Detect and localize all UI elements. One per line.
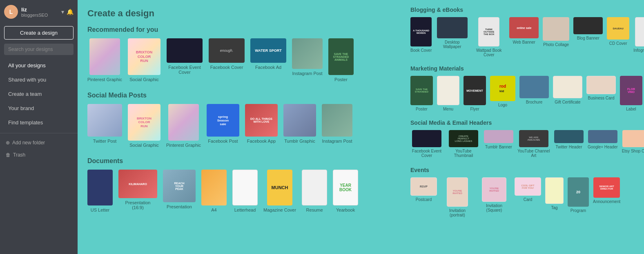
template-fb-app[interactable]: DO ALL THINGSWITH LOVE Facebook App (245, 104, 278, 148)
right-label: Etsy Shop Cover (622, 149, 644, 153)
template-thumb: MUNCH (267, 170, 292, 205)
template-label: Twitter Post (93, 139, 116, 144)
notification-icon[interactable]: 🔔 (67, 9, 74, 15)
template-instagram-2[interactable]: Instagram Post (322, 104, 352, 148)
template-thumb (201, 170, 227, 205)
right-label: Desktop Wallpaper (436, 40, 468, 49)
template-fb-ad[interactable]: WATER SPORT Facebook Ad (250, 38, 286, 82)
right-template-blog-banner[interactable]: Blog Banner (573, 17, 603, 57)
dropdown-icon[interactable]: ▾ (61, 9, 64, 15)
create-design-button[interactable]: Create a design (4, 26, 74, 40)
sidebar-item-find-templates[interactable]: Find templates (2, 116, 75, 129)
right-template-gift-cert[interactable]: Gift Certificate (553, 76, 582, 111)
right-thumb (586, 76, 616, 94)
right-template-label[interactable]: FLORVINO Label (620, 76, 642, 111)
template-label: Facebook App (247, 139, 276, 144)
sidebar-nav: All your designs Shared with you Create … (0, 58, 78, 254)
template-thumb (322, 104, 352, 137)
template-letterhead[interactable]: Letterhead (232, 170, 258, 212)
template-us-letter[interactable]: US Letter (87, 170, 113, 212)
right-thumb: SAVE THESTRANDED (410, 76, 433, 105)
right-template-web-banner[interactable]: online sale Web Banner (509, 17, 539, 57)
template-fb-cover[interactable]: enough. Facebook Cover (209, 38, 245, 82)
template-label: US Letter (91, 208, 109, 212)
template-thumb: SAVE THESTRANDEDANIMALS (328, 38, 354, 75)
right-template-menu[interactable]: Menu (437, 76, 459, 111)
template-resume[interactable]: Resume (302, 170, 327, 212)
template-thumb: BRIXTONCOLORRUN (128, 104, 160, 141)
template-pinterest-2[interactable]: Pinterest Graphic (166, 104, 201, 148)
right-template-wattpad[interactable]: THINKOUTSIDETHE BOX Wattpad Book Cover (472, 17, 505, 57)
sidebar-item-shared[interactable]: Shared with you (2, 73, 75, 86)
template-thumb (302, 170, 327, 205)
right-thumb: FLORVINO (620, 76, 642, 105)
sidebar-item-create-team[interactable]: Create a team (2, 87, 75, 101)
right-template-desktop[interactable]: Desktop Wallpaper (436, 17, 468, 57)
right-template-fb-event[interactable]: Facebook Event Cover (410, 130, 443, 159)
template-social-graphic-2[interactable]: BRIXTONCOLORRUN Social Graphic (128, 104, 160, 148)
section-title-social-email: Social Media & Email Headers (410, 119, 637, 126)
right-template-infographic[interactable]: Infographic (633, 17, 644, 57)
right-template-yt-channel[interactable]: WE AREAWESOME YouTube Channel Art (517, 130, 550, 159)
template-twitter-post[interactable]: Twitter Post (87, 104, 122, 148)
right-template-invitation-portrait[interactable]: YOU'REINVITED Invitation (portrait) (441, 177, 474, 217)
right-thumb (554, 130, 584, 143)
template-tumblr[interactable]: Tumblr Graphic (283, 104, 316, 148)
template-magazine[interactable]: MUNCH Magazine Cover (263, 170, 296, 212)
template-presentation[interactable]: REACHYOURPEAK Presentation (163, 170, 196, 212)
template-poster[interactable]: SAVE THESTRANDEDANIMALS Poster (328, 38, 354, 82)
right-template-cd-cover[interactable]: DAUDAU CD Cover (607, 17, 629, 57)
right-label: CD Cover (609, 41, 627, 46)
right-template-invitation-square[interactable]: YOU'REINVITED Invitation (Square) (478, 177, 510, 217)
template-thumb: YEARBOOK (333, 170, 358, 205)
template-presentation-16-9[interactable]: KILIMAHARO Presentation (16:9) (118, 170, 157, 212)
right-template-yt-thumb[interactable]: CREATEPERFECTLONG LASHES YouTube Thumbna… (447, 130, 480, 159)
right-template-etsy-cover[interactable]: Etsy Shop Cover (622, 130, 644, 159)
right-thumb: DAUDAU (607, 17, 629, 40)
template-a4[interactable]: A4 (201, 170, 227, 212)
sidebar: L liz bloggersSEO ▾ 🔔 Create a design Al… (0, 0, 78, 254)
user-info: liz bloggersSEO (21, 7, 58, 18)
template-fb-event[interactable]: Facebook Event Cover (166, 38, 203, 82)
template-fb-post[interactable]: springSeasonsale Facebook Post (207, 104, 239, 148)
right-label: YouTube Channel Art (517, 149, 550, 158)
right-label: Blog Banner (577, 36, 599, 40)
template-thumb (292, 38, 323, 69)
right-template-book-cover[interactable]: A THOUSAND WORDS Book Cover (410, 17, 432, 57)
right-thumb: rodkid (490, 76, 515, 101)
documents-row: US Letter KILIMAHARO Presentation (16:9)… (87, 170, 393, 212)
template-pinterest-graphic[interactable]: Pinterest Graphic (87, 38, 122, 82)
right-template-biz-card[interactable]: Business Card (586, 76, 616, 111)
right-thumb: CREATEPERFECTLONG LASHES (449, 130, 478, 147)
add-folder-button[interactable]: ⊕ Add new folder (0, 137, 78, 149)
search-input[interactable] (4, 44, 74, 55)
sidebar-item-your-brand[interactable]: Your brand (2, 102, 75, 115)
right-template-brochure[interactable]: Brochure (519, 76, 549, 111)
template-thumb: BRIXTONCOLORRUN (128, 38, 160, 75)
sidebar-divider (0, 133, 78, 133)
right-thumb (543, 17, 569, 41)
right-label: Invitation (Square) (478, 203, 510, 212)
right-template-google-header[interactable]: Google+ Header (588, 130, 618, 159)
sidebar-item-all-designs[interactable]: All your designs (2, 59, 75, 72)
template-yearbook[interactable]: YEARBOOK Yearbook (333, 170, 358, 212)
right-template-postcard[interactable]: RSVP Postcard (410, 177, 437, 217)
right-template-logo[interactable]: rodkid Logo (490, 76, 515, 111)
right-template-tag[interactable]: Tag (545, 177, 564, 217)
trash-button[interactable]: 🗑 Trash (0, 149, 78, 161)
right-template-program[interactable]: 20 Program (568, 177, 589, 217)
template-label: Pinterest Graphic (87, 77, 122, 82)
right-template-photo-collage[interactable]: Photo Collage (543, 17, 569, 57)
recommended-row: Pinterest Graphic BRIXTONCOLORRUN Social… (87, 38, 393, 82)
template-social-graphic[interactable]: BRIXTONCOLORRUN Social Graphic (128, 38, 160, 82)
right-template-card[interactable]: COOL GIFTFOR YOU! Card (515, 177, 541, 217)
right-template-tumblr-banner[interactable]: Tumblr Banner (484, 130, 513, 159)
right-template-twitter-header[interactable]: Twitter Header (554, 130, 584, 159)
template-instagram[interactable]: Instagram Post (292, 38, 323, 82)
trash-label: Trash (13, 152, 25, 158)
right-template-flyer[interactable]: MOVEMENT Flyer (464, 76, 486, 111)
right-template-announcement[interactable]: SENIOR ARTDIRECTOR Announcement (593, 177, 620, 217)
section-title-social: Social Media Posts (87, 92, 393, 99)
right-label: Wattpad Book Cover (472, 48, 505, 57)
right-template-poster[interactable]: SAVE THESTRANDED Poster (410, 76, 433, 111)
